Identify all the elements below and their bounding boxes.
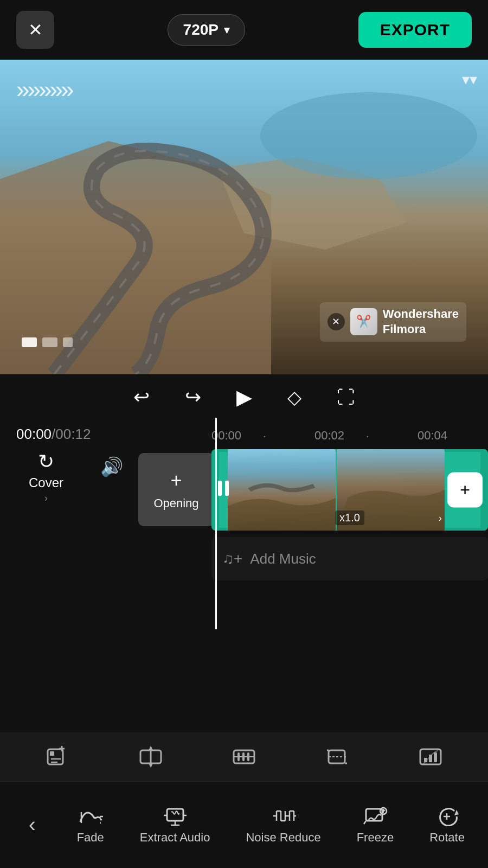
svg-rect-5	[225, 481, 229, 496]
tool-add-clip[interactable]	[38, 738, 76, 776]
clip-pause-button[interactable]	[217, 478, 230, 501]
rotate-icon	[435, 806, 460, 826]
quality-label: 720P	[183, 21, 219, 39]
clip-track: x1.0 › +	[211, 449, 488, 531]
add-clip-plus-icon: +	[460, 480, 470, 500]
music-note-icon: ♫+	[222, 550, 242, 567]
noise-reduce-icon	[271, 806, 296, 826]
add-clip-button[interactable]: +	[447, 473, 483, 508]
undo-button[interactable]: ↩	[133, 386, 150, 409]
svg-rect-30	[434, 752, 437, 762]
ruler-mark-2: 00:04	[418, 429, 447, 443]
svg-marker-17	[149, 763, 153, 768]
clip-teal-track[interactable]: x1.0 › +	[211, 449, 488, 531]
nav-back-button[interactable]: ‹	[23, 808, 41, 842]
cover-arrow-icon: ›	[44, 493, 48, 504]
play-icon: ▶	[236, 386, 252, 409]
tool-adjust[interactable]	[412, 738, 450, 776]
watermark-close-icon: ✕	[332, 316, 340, 328]
dot-1	[22, 337, 37, 347]
ruler-dot-2: ·	[366, 430, 369, 442]
fade-icon	[78, 806, 103, 826]
fullscreen-button[interactable]: ⛶	[337, 387, 355, 408]
dot-2	[42, 337, 57, 347]
diamond-icon: ◇	[287, 387, 301, 407]
svg-marker-16	[149, 746, 153, 750]
opening-label: Opening	[153, 496, 198, 510]
nav-extract-label: Extract Audio	[140, 831, 210, 845]
top-bar: ✕ 720P ▾ EXPORT	[0, 0, 488, 60]
add-music-bar[interactable]: ♫+ Add Music	[211, 537, 488, 580]
nav-item-extract-audio[interactable]: Extract Audio	[140, 806, 210, 845]
nav-item-fade[interactable]: Fade	[77, 806, 104, 845]
tool-split[interactable]	[132, 738, 170, 776]
adjust-icon	[419, 745, 442, 769]
cover-label: Cover	[29, 475, 63, 490]
crop-icon	[325, 745, 349, 769]
dot-3	[63, 337, 73, 347]
svg-rect-11	[50, 751, 54, 756]
nav-rotate-label: Rotate	[429, 831, 465, 845]
pause-icon	[217, 478, 230, 498]
split-icon	[139, 745, 163, 769]
quality-arrow: ▾	[224, 23, 229, 36]
undo-icon: ↩	[133, 386, 150, 408]
tool-crop[interactable]	[318, 738, 356, 776]
cover-refresh-icon[interactable]: ↻	[38, 450, 54, 473]
playhead[interactable]	[215, 418, 217, 629]
nav-freeze-label: Freeze	[357, 831, 394, 845]
keyframe-button[interactable]: ◇	[287, 386, 301, 408]
ruler-mark-1: 00:02	[314, 429, 344, 443]
extract-audio-icon	[163, 806, 188, 826]
dots-indicator	[22, 337, 73, 347]
redo-button[interactable]: ↪	[185, 386, 201, 409]
watermark-brand: Wondershare Filmora	[383, 307, 459, 337]
svg-rect-20	[237, 752, 240, 761]
opening-plus-icon: +	[170, 469, 182, 492]
ff-arrows-indicator: »»»»»	[16, 76, 72, 103]
total-time: 00:12	[55, 426, 91, 442]
svg-rect-35	[167, 809, 183, 821]
controls-row: ↩ ↪ ▶ ◇ ⛶	[0, 381, 488, 409]
volume-indicator: ▾▾	[462, 71, 477, 88]
redo-icon: ↪	[185, 386, 201, 408]
clip-thumb-1	[228, 449, 336, 531]
quality-selector[interactable]: 720P ▾	[168, 14, 245, 46]
nav-item-rotate[interactable]: Rotate	[429, 806, 465, 845]
editor-area: ↩ ↪ ▶ ◇ ⛶ 00:00/00:12 00:00 00:02 · · 00…	[0, 374, 488, 868]
time-display: 00:00/00:12	[16, 426, 91, 443]
current-time: 00:00	[16, 426, 52, 442]
close-button[interactable]: ✕	[16, 11, 54, 49]
freeze-icon	[363, 806, 388, 826]
cover-section: ↻ Cover ›	[0, 450, 92, 504]
nav-item-freeze[interactable]: Freeze	[357, 806, 394, 845]
svg-marker-51	[454, 810, 459, 815]
svg-point-3	[260, 92, 477, 179]
volume-button[interactable]: 🔊	[100, 456, 123, 477]
bottom-nav: ‹ Fade Extract Audio	[0, 781, 488, 868]
video-preview: »»»»» ✕ ✂️ Wondershare Filmora ▾▾	[0, 60, 488, 374]
export-button[interactable]: EXPORT	[358, 12, 472, 48]
clip-right-arrow-icon: ›	[439, 513, 442, 524]
svg-rect-22	[247, 752, 249, 761]
nav-noise-reduce-label: Noise Reduce	[246, 831, 320, 845]
watermark-close-button[interactable]: ✕	[328, 313, 345, 330]
svg-rect-4	[218, 481, 222, 496]
close-icon: ✕	[28, 20, 43, 40]
timeline-ruler: 00:00 00:02 · · 00:04	[211, 427, 488, 444]
play-button[interactable]: ▶	[236, 385, 252, 409]
watermark-icon: ✂️	[350, 308, 377, 335]
ruler-dot-1: ·	[263, 430, 266, 442]
nav-fade-label: Fade	[77, 831, 104, 845]
fullscreen-icon: ⛶	[337, 387, 355, 407]
add-clip-icon	[46, 745, 69, 769]
tool-trim[interactable]	[225, 738, 263, 776]
add-music-label: Add Music	[250, 551, 316, 567]
nav-item-noise-reduce[interactable]: Noise Reduce	[246, 806, 320, 845]
clip-speed-label: x1.0	[335, 510, 364, 525]
opening-block[interactable]: + Opening	[138, 453, 214, 526]
svg-rect-21	[242, 752, 245, 761]
bottom-toolbar	[0, 732, 488, 781]
trim-icon	[232, 745, 256, 769]
watermark-overlay: ✕ ✂️ Wondershare Filmora	[320, 302, 466, 342]
